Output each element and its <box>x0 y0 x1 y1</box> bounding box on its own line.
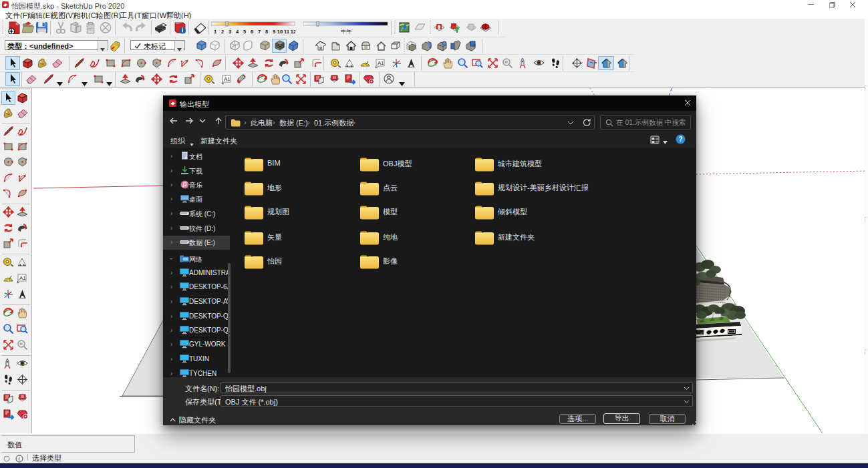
svg-text:i: i <box>19 456 20 462</box>
svg-text:123456789101112: 123456789101112 <box>214 29 295 35</box>
svg-text:?: ? <box>678 136 682 143</box>
svg-text:A1: A1 <box>378 60 384 66</box>
svg-text:A1: A1 <box>224 76 231 82</box>
svg-text:中午: 中午 <box>341 29 351 35</box>
svg-text:A1: A1 <box>19 275 26 281</box>
